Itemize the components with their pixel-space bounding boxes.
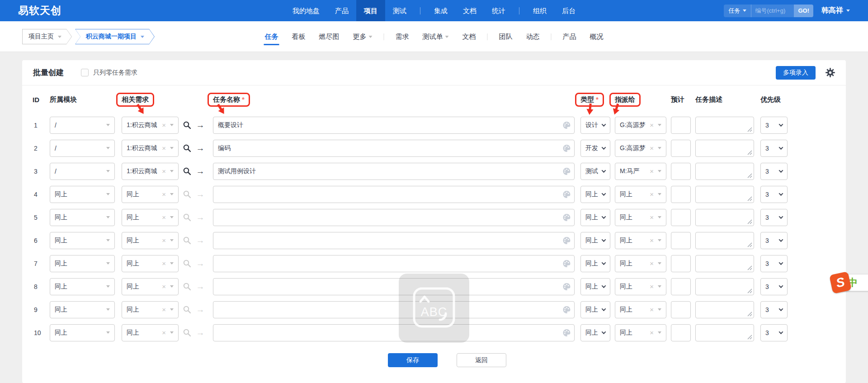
task-name-input[interactable] <box>213 232 575 249</box>
clear-icon[interactable]: × <box>650 306 654 313</box>
estimate-input[interactable] <box>671 209 691 226</box>
clear-icon[interactable]: × <box>162 191 166 198</box>
search-story-icon[interactable] <box>182 236 191 245</box>
goto-story-icon[interactable]: → <box>196 282 205 291</box>
task-name-input[interactable]: 概要设计 <box>213 117 575 134</box>
clear-icon[interactable]: × <box>162 168 166 175</box>
breadcrumb-project[interactable]: 积云商城一期项目 <box>75 29 155 44</box>
priority-select[interactable]: 3 <box>760 232 788 249</box>
menu-item-my[interactable]: 我的地盘 <box>285 0 327 21</box>
clear-icon[interactable]: × <box>650 191 654 198</box>
goto-story-icon[interactable]: → <box>196 328 205 337</box>
description-textarea[interactable] <box>695 163 754 180</box>
goto-story-icon[interactable]: → <box>196 236 205 245</box>
clear-icon[interactable]: × <box>162 306 166 313</box>
search-story-icon[interactable] <box>182 305 191 314</box>
clear-icon[interactable]: × <box>162 237 166 244</box>
goto-story-icon[interactable]: → <box>196 167 205 175</box>
task-name-input[interactable] <box>213 255 575 272</box>
description-textarea[interactable] <box>695 232 754 249</box>
story-select[interactable]: 同上× <box>122 209 179 226</box>
story-select[interactable]: 同上× <box>122 278 179 295</box>
tab-burn[interactable]: 燃尽图 <box>312 21 346 52</box>
clear-icon[interactable]: × <box>650 283 654 290</box>
type-select[interactable]: 同上 <box>580 301 610 318</box>
task-name-input[interactable] <box>213 209 575 226</box>
assignee-select[interactable]: 同上× <box>615 232 666 249</box>
story-select[interactable]: 1:积云商城× <box>122 117 179 134</box>
color-palette-icon[interactable] <box>562 121 571 129</box>
tab-doc[interactable]: 文档 <box>456 21 483 52</box>
task-name-input[interactable] <box>213 324 575 341</box>
description-textarea[interactable] <box>695 186 754 203</box>
estimate-input[interactable] <box>671 324 691 341</box>
priority-select[interactable]: 3 <box>760 301 788 318</box>
module-select[interactable]: / <box>50 163 115 180</box>
module-select[interactable]: 同上 <box>50 324 115 341</box>
color-palette-icon[interactable] <box>562 259 571 268</box>
color-palette-icon[interactable] <box>562 305 571 314</box>
type-select[interactable]: 测试 <box>580 163 610 180</box>
priority-select[interactable]: 3 <box>760 255 788 272</box>
priority-select[interactable]: 3 <box>760 324 788 341</box>
clear-icon[interactable]: × <box>162 122 166 128</box>
menu-item-admin[interactable]: 后台 <box>554 0 583 21</box>
story-select[interactable]: 1:积云商城× <box>122 140 179 157</box>
assignee-select[interactable]: G:高源梦× <box>615 140 666 157</box>
story-select[interactable]: 同上× <box>122 232 179 249</box>
clear-icon[interactable]: × <box>162 283 166 290</box>
search-go-button[interactable]: GO! <box>794 5 813 17</box>
task-name-input[interactable] <box>213 278 575 295</box>
task-name-input[interactable] <box>213 301 575 318</box>
save-button[interactable]: 保存 <box>388 353 438 367</box>
module-select[interactable]: / <box>50 117 115 134</box>
search-story-icon[interactable] <box>182 121 191 129</box>
tab-team[interactable]: 团队 <box>492 21 519 52</box>
story-select[interactable]: 同上× <box>122 324 179 341</box>
assignee-select[interactable]: 同上× <box>615 186 666 203</box>
goto-story-icon[interactable]: → <box>196 144 205 152</box>
priority-select[interactable]: 3 <box>760 186 788 203</box>
estimate-input[interactable] <box>671 301 691 318</box>
clear-icon[interactable]: × <box>650 329 654 336</box>
assignee-select[interactable]: 同上× <box>615 255 666 272</box>
zero-task-checkbox[interactable] <box>81 69 89 76</box>
type-select[interactable]: 同上 <box>580 186 610 203</box>
menu-item-report[interactable]: 统计 <box>484 0 513 21</box>
estimate-input[interactable] <box>671 232 691 249</box>
assignee-select[interactable]: 同上× <box>615 301 666 318</box>
description-textarea[interactable] <box>695 301 754 318</box>
menu-item-doc[interactable]: 文档 <box>455 0 484 21</box>
estimate-input[interactable] <box>671 278 691 295</box>
story-select[interactable]: 同上× <box>122 186 179 203</box>
color-palette-icon[interactable] <box>562 144 571 152</box>
description-textarea[interactable] <box>695 324 754 341</box>
clear-icon[interactable]: × <box>650 237 654 244</box>
module-select[interactable]: 同上 <box>50 186 115 203</box>
color-palette-icon[interactable] <box>562 167 571 175</box>
description-textarea[interactable] <box>695 209 754 226</box>
breadcrumb-home[interactable]: 项目主页 <box>22 29 72 44</box>
module-select[interactable]: / <box>50 140 115 157</box>
tab-more[interactable]: 更多 <box>346 21 379 52</box>
goto-story-icon[interactable]: → <box>196 213 205 222</box>
tab-dynamic[interactable]: 动态 <box>519 21 547 52</box>
search-input[interactable] <box>751 7 794 14</box>
priority-select[interactable]: 3 <box>760 117 788 134</box>
goto-story-icon[interactable]: → <box>196 121 205 129</box>
color-palette-icon[interactable] <box>562 282 571 291</box>
priority-select[interactable]: 3 <box>760 163 788 180</box>
module-select[interactable]: 同上 <box>50 301 115 318</box>
search-story-icon[interactable] <box>182 328 191 337</box>
search-type-select[interactable]: 任务 <box>724 5 751 17</box>
color-palette-icon[interactable] <box>562 236 571 245</box>
assignee-select[interactable]: 同上× <box>615 209 666 226</box>
tab-product[interactable]: 产品 <box>556 21 583 52</box>
clear-icon[interactable]: × <box>650 214 654 221</box>
priority-select[interactable]: 3 <box>760 140 788 157</box>
type-select[interactable]: 同上 <box>580 324 610 341</box>
goto-story-icon[interactable]: → <box>196 190 205 199</box>
clear-icon[interactable]: × <box>650 122 654 128</box>
color-palette-icon[interactable] <box>562 190 571 199</box>
search-story-icon[interactable] <box>182 167 191 175</box>
